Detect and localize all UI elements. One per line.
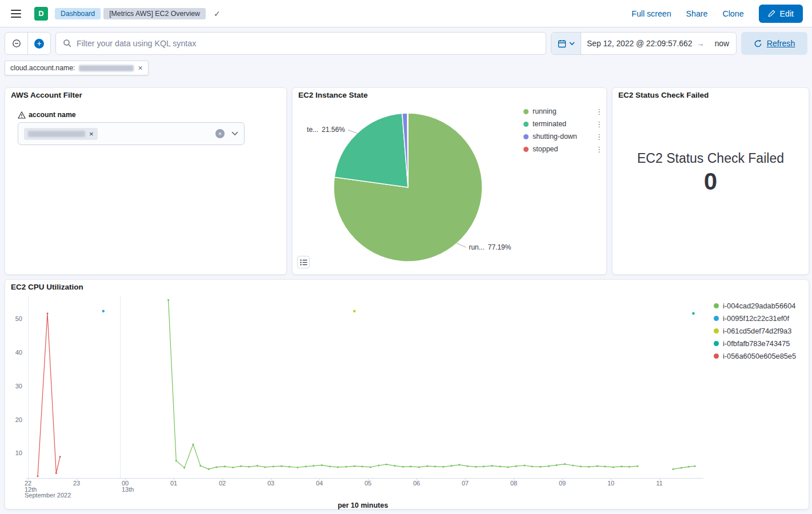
cpu-point-i-004cad29adab56604[interactable] <box>475 466 477 468</box>
cpu-point-i-004cad29adab56604[interactable] <box>240 465 242 467</box>
cpu-point-i-004cad29adab56604[interactable] <box>386 464 387 465</box>
cpu-point-i-004cad29adab56604[interactable] <box>321 464 323 466</box>
cpu-point-i-004cad29adab56604[interactable] <box>232 467 234 468</box>
cpu-point-i-004cad29adab56604[interactable] <box>539 466 541 468</box>
cpu-point-i-004cad29adab56604[interactable] <box>418 466 420 468</box>
legend-item-actions-icon[interactable]: ⋮ <box>594 133 605 140</box>
cpu-point-i-004cad29adab56604[interactable] <box>305 465 307 467</box>
cpu-point-i-004cad29adab56604[interactable] <box>458 464 460 465</box>
legend-item-i-056a6050e605e85e5[interactable]: i-056a6050e605e85e5 <box>714 350 796 362</box>
cpu-point-i-004cad29adab56604[interactable] <box>297 467 298 468</box>
add-filter-button[interactable]: + <box>27 32 51 55</box>
cpu-point-i-004cad29adab56604[interactable] <box>523 465 525 467</box>
cpu-point-i-004cad29adab56604[interactable] <box>564 463 566 465</box>
cpu-point-i-004cad29adab56604[interactable] <box>613 466 614 468</box>
kql-search-box[interactable] <box>55 32 546 55</box>
remove-tag-icon[interactable]: × <box>89 130 94 138</box>
panel-title[interactable]: EC2 Instance State <box>298 91 368 99</box>
cpu-point-i-056a6050e605e85e5[interactable] <box>47 312 49 314</box>
legend-item-i-004cad29adab56604[interactable]: i-004cad29adab56604 <box>714 299 796 312</box>
cpu-point-i-004cad29adab56604[interactable] <box>345 466 347 468</box>
cpu-point-i-004cad29adab56604[interactable] <box>264 466 266 468</box>
cpu-point-i-056a6050e605e85e5[interactable] <box>55 472 57 474</box>
cpu-point-i-004cad29adab56604[interactable] <box>604 465 606 467</box>
cpu-point-i-004cad29adab56604[interactable] <box>555 464 557 466</box>
date-range-end[interactable]: now <box>710 39 736 48</box>
edit-button[interactable]: Edit <box>759 5 803 23</box>
cpu-point-i-004cad29adab56604[interactable] <box>402 466 404 468</box>
share-link[interactable]: Share <box>686 9 708 18</box>
cpu-point-i-004cad29adab56604[interactable] <box>688 466 690 468</box>
cpu-point-i-004cad29adab56604[interactable] <box>637 465 638 467</box>
cpu-point-i-004cad29adab56604[interactable] <box>354 465 355 467</box>
cpu-point-i-004cad29adab56604[interactable] <box>183 467 185 469</box>
cpu-point-i-004cad29adab56604[interactable] <box>224 465 226 467</box>
cpu-point-i-004cad29adab56604[interactable] <box>426 465 428 467</box>
cpu-point-i-004cad29adab56604[interactable] <box>337 466 339 468</box>
legend-item-running[interactable]: running⋮ <box>523 105 605 118</box>
space-avatar[interactable]: D <box>34 7 48 21</box>
cpu-point-i-004cad29adab56604[interactable] <box>681 467 682 469</box>
cpu-point-i-004cad29adab56604[interactable] <box>273 465 274 467</box>
panel-title[interactable]: EC2 Status Check Failed <box>618 91 709 99</box>
cpu-point-i-056a6050e605e85e5[interactable] <box>59 456 61 457</box>
legend-item-actions-icon[interactable]: ⋮ <box>594 108 605 115</box>
chevron-down-icon[interactable] <box>231 131 238 136</box>
cpu-point-i-061cd5def74d2f9a3[interactable] <box>353 310 355 312</box>
clear-selection-icon[interactable]: × <box>215 129 225 138</box>
cpu-point-i-004cad29adab56604[interactable] <box>361 465 363 467</box>
legend-item-shutting-down[interactable]: shutting-down⋮ <box>523 130 605 143</box>
full-screen-link[interactable]: Full screen <box>631 9 671 18</box>
cpu-point-i-056a6050e605e85e5[interactable] <box>37 475 39 477</box>
cpu-point-i-004cad29adab56604[interactable] <box>580 465 582 467</box>
cpu-point-i-004cad29adab56604[interactable] <box>467 465 469 467</box>
cpu-point-i-004cad29adab56604[interactable] <box>434 465 436 467</box>
legend-item-stopped[interactable]: stopped⋮ <box>523 143 605 155</box>
legend-item-i-0fbfafb783e743475[interactable]: i-0fbfafb783e743475 <box>714 337 796 350</box>
cpu-point-i-004cad29adab56604[interactable] <box>451 465 453 467</box>
cpu-point-i-004cad29adab56604[interactable] <box>313 465 314 467</box>
cpu-point-i-004cad29adab56604[interactable] <box>199 465 201 467</box>
legend-item-actions-icon[interactable]: ⋮ <box>594 146 605 153</box>
panel-title[interactable]: EC2 CPU Utilization <box>11 283 83 291</box>
panel-title[interactable]: AWS Account Filter <box>11 91 82 99</box>
cpu-point-i-004cad29adab56604[interactable] <box>215 466 217 468</box>
cpu-line-i-056a6050e605e85e5[interactable] <box>38 314 60 476</box>
date-picker-menu-button[interactable] <box>551 33 581 54</box>
cpu-point-i-004cad29adab56604[interactable] <box>370 466 371 468</box>
refresh-button[interactable]: Refresh <box>741 32 807 55</box>
cpu-point-i-004cad29adab56604[interactable] <box>410 465 411 467</box>
menu-button[interactable] <box>5 0 27 27</box>
cpu-point-i-004cad29adab56604[interactable] <box>597 465 598 467</box>
saved-query-button[interactable] <box>5 32 28 55</box>
legend-item-i-0095f12c22c31ef0f[interactable]: i-0095f12c22c31ef0f <box>714 312 796 324</box>
pie-slice-terminated[interactable] <box>334 113 408 187</box>
cpu-point-i-004cad29adab56604[interactable] <box>531 465 533 467</box>
legend-item-i-061cd5def74d2f9a3[interactable]: i-061cd5def74d2f9a3 <box>714 324 796 337</box>
cpu-line-i-004cad29adab56604[interactable] <box>673 466 695 469</box>
cpu-point-i-004cad29adab56604[interactable] <box>208 468 210 470</box>
cpu-point-i-004cad29adab56604[interactable] <box>572 465 574 467</box>
cpu-point-i-004cad29adab56604[interactable] <box>621 465 622 467</box>
kql-search-input[interactable] <box>77 39 539 48</box>
cpu-point-i-004cad29adab56604[interactable] <box>507 466 509 468</box>
cpu-point-i-004cad29adab56604[interactable] <box>588 466 590 468</box>
legend-item-actions-icon[interactable]: ⋮ <box>594 121 605 128</box>
cpu-utilization-line-chart[interactable]: 10203040502212thSeptember 2022230013th01… <box>5 280 810 510</box>
cpu-point-i-004cad29adab56604[interactable] <box>329 465 331 467</box>
cpu-point-i-004cad29adab56604[interactable] <box>694 465 696 467</box>
cpu-point-i-004cad29adab56604[interactable] <box>629 466 630 468</box>
cpu-point-i-004cad29adab56604[interactable] <box>248 466 250 468</box>
legend-toggle-button[interactable] <box>297 256 310 268</box>
cpu-point-i-004cad29adab56604[interactable] <box>257 465 258 467</box>
cpu-point-i-004cad29adab56604[interactable] <box>442 466 444 468</box>
cpu-point-i-0fbfafb783e743475[interactable] <box>692 312 694 315</box>
cpu-point-i-004cad29adab56604[interactable] <box>394 465 395 467</box>
cpu-point-i-004cad29adab56604[interactable] <box>281 465 282 467</box>
legend-item-terminated[interactable]: terminated⋮ <box>523 118 605 130</box>
filter-pill-cloud-account-name[interactable]: cloud.account.name: × <box>5 61 149 75</box>
close-icon[interactable]: × <box>138 64 142 72</box>
breadcrumb-dashboard[interactable]: Dashboard <box>55 8 101 19</box>
cpu-point-i-004cad29adab56604[interactable] <box>491 465 493 467</box>
cpu-point-i-004cad29adab56604[interactable] <box>499 465 501 467</box>
